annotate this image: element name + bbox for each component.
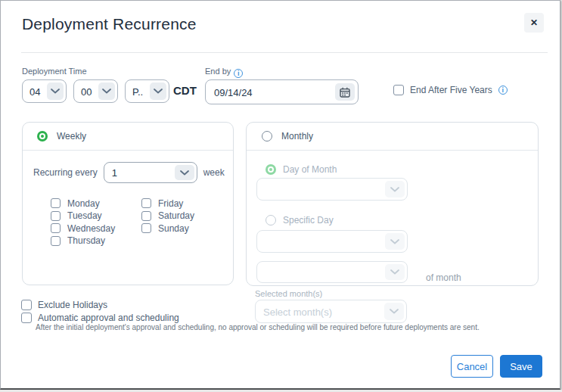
day-of-month-select xyxy=(256,178,408,201)
chevron-down-icon xyxy=(385,181,405,198)
selected-months-label: Selected month(s) xyxy=(255,289,322,298)
end-by-value: 09/14/24 xyxy=(214,87,253,98)
day-checkbox-thursday[interactable]: Thursday xyxy=(51,236,115,246)
hour-value: 04 xyxy=(29,86,40,98)
meridiem-value: P.. xyxy=(132,86,143,98)
day-label: Friday xyxy=(158,198,183,209)
end-by-label: End byi xyxy=(205,67,243,78)
end-after-five-years-row: End After Five Years i xyxy=(393,85,508,95)
hour-select[interactable]: 04 xyxy=(22,79,67,103)
day-checkbox-saturday[interactable]: Saturday xyxy=(141,211,194,221)
recurring-every-label: Recurring every xyxy=(33,167,98,178)
specific-day-weekday-select xyxy=(256,261,408,283)
weekly-panel: Weekly Recurring every 1 week Monday Tue… xyxy=(22,122,234,285)
checkbox-icon[interactable] xyxy=(51,223,61,233)
weekly-label: Weekly xyxy=(57,131,86,142)
checkbox-icon[interactable] xyxy=(141,198,151,208)
chevron-down-icon xyxy=(150,82,166,100)
minute-value: 00 xyxy=(81,86,92,98)
recurring-week-value: 1 xyxy=(112,167,117,179)
info-icon[interactable]: i xyxy=(498,86,508,95)
day-checkbox-sunday[interactable]: Sunday xyxy=(141,223,194,233)
end-by-label-text: End by xyxy=(205,67,231,76)
info-icon[interactable]: i xyxy=(234,69,243,78)
cancel-button[interactable]: Cancel xyxy=(451,355,493,378)
recurring-week-select[interactable]: 1 xyxy=(104,162,197,183)
meridiem-select[interactable]: P.. xyxy=(125,79,169,103)
checkbox-icon[interactable] xyxy=(51,236,61,246)
day-column-2: Friday Saturday Sunday xyxy=(141,198,194,233)
day-label: Tuesday xyxy=(67,210,102,221)
exclude-holidays-label: Exclude Holidays xyxy=(38,300,107,310)
chevron-down-icon xyxy=(98,82,115,100)
close-button[interactable]: ✕ xyxy=(524,13,544,33)
week-unit-label: week xyxy=(203,167,225,178)
specific-day-radio xyxy=(265,215,276,226)
chevron-down-icon xyxy=(385,264,405,280)
day-label: Sunday xyxy=(158,223,189,234)
day-column-1: Monday Tuesday Wednesday Thursday xyxy=(51,198,115,246)
day-of-month-label: Day of Month xyxy=(283,164,337,175)
day-label: Monday xyxy=(67,198,100,209)
checkbox-icon[interactable] xyxy=(51,211,61,221)
day-checkbox-friday[interactable]: Friday xyxy=(141,198,194,208)
save-button[interactable]: Save xyxy=(500,355,542,378)
of-month-label: of month xyxy=(426,272,461,283)
day-label: Thursday xyxy=(67,235,105,246)
end-by-date-input[interactable]: 09/14/24 xyxy=(205,79,359,104)
end-after-five-years-label: End After Five Years xyxy=(410,85,492,95)
day-checkbox-wednesday[interactable]: Wednesday xyxy=(51,223,115,233)
monthly-panel: Monthly Day of Month Specific Day of mon… xyxy=(246,122,539,286)
day-label: Saturday xyxy=(158,210,194,221)
day-of-month-row: Day of Month xyxy=(265,164,337,175)
specific-day-row: Specific Day xyxy=(265,215,334,226)
auto-approval-description: After the initial deployment's approval … xyxy=(36,323,480,331)
chevron-down-icon xyxy=(47,82,64,100)
auto-approval-row: Automatic approval and scheduling xyxy=(21,313,179,323)
monthly-header: Monthly xyxy=(247,123,538,151)
day-checkbox-tuesday[interactable]: Tuesday xyxy=(51,211,115,221)
header-divider xyxy=(21,52,548,53)
monthly-radio[interactable] xyxy=(262,131,272,142)
page-title: Deployment Recurrence xyxy=(22,15,197,33)
weekly-header: Weekly xyxy=(23,123,233,151)
end-after-five-years-checkbox[interactable] xyxy=(393,85,404,95)
chevron-down-icon xyxy=(385,233,405,250)
specific-day-ordinal-select xyxy=(256,230,408,253)
chevron-down-icon xyxy=(384,303,404,320)
auto-approval-label: Automatic approval and scheduling xyxy=(38,313,179,323)
checkbox-icon[interactable] xyxy=(51,198,61,208)
day-label: Wednesday xyxy=(67,223,115,234)
auto-approval-checkbox[interactable] xyxy=(21,313,32,323)
exclude-holidays-row: Exclude Holidays xyxy=(21,300,107,310)
specific-day-label: Specific Day xyxy=(283,215,334,226)
selected-months-placeholder: Select month(s) xyxy=(263,306,332,317)
selected-months-select: Select month(s) xyxy=(255,300,407,323)
checkbox-icon[interactable] xyxy=(141,211,151,221)
deployment-recurrence-dialog: Deployment Recurrence ✕ Deployment Time … xyxy=(0,0,560,390)
minute-select[interactable]: 00 xyxy=(73,79,118,103)
recurring-row: Recurring every 1 week xyxy=(33,162,225,183)
exclude-holidays-checkbox[interactable] xyxy=(21,300,32,310)
day-checkbox-monday[interactable]: Monday xyxy=(51,198,115,208)
close-icon: ✕ xyxy=(530,18,538,27)
calendar-icon[interactable] xyxy=(335,83,355,101)
weekly-radio[interactable] xyxy=(37,131,48,142)
monthly-label: Monthly xyxy=(281,131,313,142)
timezone-label: CDT xyxy=(173,84,197,97)
checkbox-icon[interactable] xyxy=(141,223,151,233)
chevron-down-icon xyxy=(175,165,194,180)
day-of-month-radio xyxy=(265,164,276,175)
deployment-time-label: Deployment Time xyxy=(22,67,87,76)
